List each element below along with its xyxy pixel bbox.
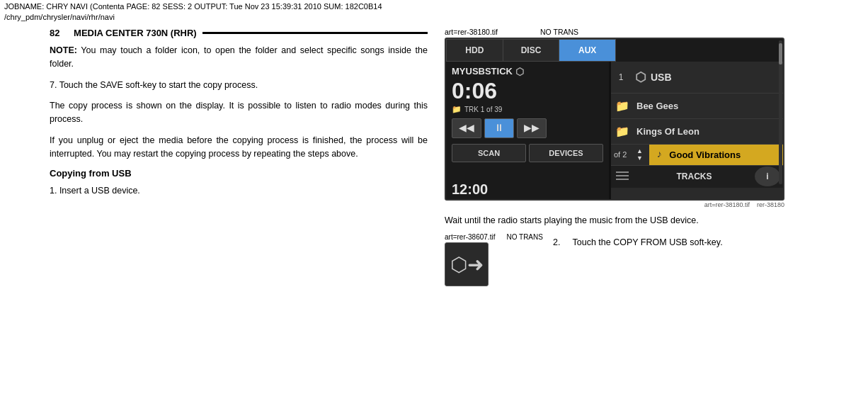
forward-button[interactable]: ▶▶ <box>517 118 547 138</box>
music-icon: ♪ <box>649 149 669 160</box>
note-body: You may touch a folder icon, to open the… <box>50 45 428 69</box>
right-top-row: 1 ⬡ USB <box>611 62 783 93</box>
display-right-panel: 1 ⬡ USB 📁 Bee Gees 📁 Kings O <box>611 62 783 201</box>
list-item[interactable]: 📁 Kings Of Leon <box>611 118 783 144</box>
playback-controls: ◀◀ ⏸ ▶▶ <box>452 118 603 138</box>
right-menu-row: TRACKS i <box>611 165 783 188</box>
step2-body: Touch the COPY FROM USB soft-key. <box>573 237 723 247</box>
page-number: 82 <box>50 28 59 38</box>
note-label: NOTE: <box>50 45 77 55</box>
usb-stick-label: MYUSBSTICK ⬡ <box>452 66 603 77</box>
usb-icon-box: ⬡➜ <box>445 242 489 286</box>
info-icon: i <box>766 171 768 181</box>
item-label-goodvibrations: Good Vibrations <box>669 150 783 160</box>
rewind-button[interactable]: ◀◀ <box>452 118 481 138</box>
note-paragraph: NOTE: You may touch a folder icon, to op… <box>50 44 428 72</box>
hdd-button[interactable]: HDD <box>446 39 503 62</box>
display-area: MYUSBSTICK ⬡ 0:06 📁 TRK 1 of 39 ◀◀ <box>446 62 783 201</box>
section-title: MEDIA CENTER 730N (RHR) <box>74 28 197 38</box>
right-column: art=rer-38180.tif NO TRANS HDD DISC AUX <box>439 28 864 286</box>
folder-icon-small: 📁 <box>452 105 462 114</box>
svg-rect-1 <box>616 175 629 176</box>
tracks-label: TRACKS <box>677 171 712 181</box>
image-ref-text: art=rer-38180.tif <box>704 201 750 208</box>
arrow-up[interactable]: ▲ <box>636 147 643 154</box>
step2-text: 2. Touch the COPY FROM USB soft-key. <box>553 233 723 249</box>
tracks-button[interactable]: TRACKS <box>634 171 755 181</box>
para1-text: The copy process is shown on the display… <box>50 99 428 127</box>
copy-heading: Copying from USB <box>50 168 428 179</box>
art-notrans1: NO TRANS <box>540 28 578 36</box>
list-item[interactable]: 📁 Bee Gees <box>611 93 783 118</box>
step2-number: 2. <box>553 237 560 247</box>
radio-top-buttons: HDD DISC AUX <box>446 39 783 62</box>
svg-rect-2 <box>616 179 629 180</box>
arrow-down[interactable]: ▼ <box>636 154 643 162</box>
item-label-kingsofleon: Kings Of Leon <box>634 126 783 137</box>
usb-header-text: USB <box>651 72 672 83</box>
aux-button[interactable]: AUX <box>559 39 616 62</box>
info-button[interactable]: i <box>755 167 780 186</box>
menu-icon-left <box>611 171 634 181</box>
image-ref: art=rer-38180.tif rer-38180 <box>445 201 784 208</box>
clock-display: 12:00 <box>452 181 488 198</box>
scrollbar <box>779 40 782 184</box>
usb-label-text: MYUSBSTICK <box>452 66 513 77</box>
track-info: 📁 TRK 1 of 39 <box>452 105 603 114</box>
art-notrans2: NO TRANS <box>506 233 543 241</box>
step7-text: 7. Touch the SAVE soft-key to start the … <box>50 79 428 92</box>
disc-button[interactable]: DISC <box>503 39 559 62</box>
display-left-panel: MYUSBSTICK ⬡ 0:06 📁 TRK 1 of 39 ◀◀ <box>446 62 609 201</box>
folder-icon: 📁 <box>611 125 634 138</box>
heading-rule <box>202 32 428 34</box>
wait-text: Wait until the radio starts playing the … <box>445 214 784 227</box>
time-display: 0:06 <box>452 79 603 103</box>
text-column: 82 MEDIA CENTER 730N (RHR) NOTE: You may… <box>0 28 439 286</box>
art-filename2: art=rer-38607.tif <box>445 233 495 241</box>
right-usb-label: ⬡ USB <box>631 62 783 93</box>
header-line1: JOBNAME: CHRY NAVI (Contenta PAGE: 82 SE… <box>4 1 864 12</box>
art-label-row1: art=rer-38180.tif NO TRANS <box>445 28 858 36</box>
bottom-left-buttons: SCAN DEVICES <box>452 144 603 162</box>
pause-icon: ⏸ <box>494 123 504 134</box>
forward-icon: ▶▶ <box>524 122 539 134</box>
list-item-highlighted[interactable]: ♪ Good Vibrations <box>649 145 783 165</box>
scan-button[interactable]: SCAN <box>452 144 526 162</box>
nav-row: of 2 ▲ ▼ ♪ Good Vibrations <box>611 144 783 165</box>
track-info-text: TRK 1 of 39 <box>464 106 502 113</box>
devices-button[interactable]: DEVICES <box>529 144 603 162</box>
svg-rect-0 <box>616 171 629 173</box>
second-art-section: art=rer-38607.tif NO TRANS ⬡➜ 2. Touch t… <box>445 233 858 286</box>
art-label-row2: art=rer-38607.tif NO TRANS <box>445 233 543 241</box>
header-bar: JOBNAME: CHRY NAVI (Contenta PAGE: 82 SE… <box>0 0 868 25</box>
right-number: 1 <box>611 62 631 93</box>
folder-icon: 📁 <box>611 99 634 113</box>
nav-arrows[interactable]: ▲ ▼ <box>629 147 649 162</box>
item-label-beegees: Bee Gees <box>634 101 783 111</box>
step1-text: 1. Insert a USB device. <box>50 184 428 198</box>
art-filename1: art=rer-38180.tif <box>445 28 498 36</box>
usb-icon: ⬡ <box>515 66 524 77</box>
radio-display: HDD DISC AUX MYUSBSTICK ⬡ 0:06 <box>445 38 784 201</box>
rewind-icon: ◀◀ <box>459 122 474 134</box>
usb-symbol: ⬡➜ <box>450 253 484 276</box>
usb-arrow-icon: ⬡ <box>635 69 646 85</box>
pause-button[interactable]: ⏸ <box>484 118 514 138</box>
para2-text: If you unplug or eject the media before … <box>50 134 428 162</box>
of-text: of 2 <box>611 150 629 159</box>
page-heading: 82 MEDIA CENTER 730N (RHR) <box>50 28 428 38</box>
header-line2: /chry_pdm/chrysler/navi/rhr/navi <box>4 12 864 23</box>
